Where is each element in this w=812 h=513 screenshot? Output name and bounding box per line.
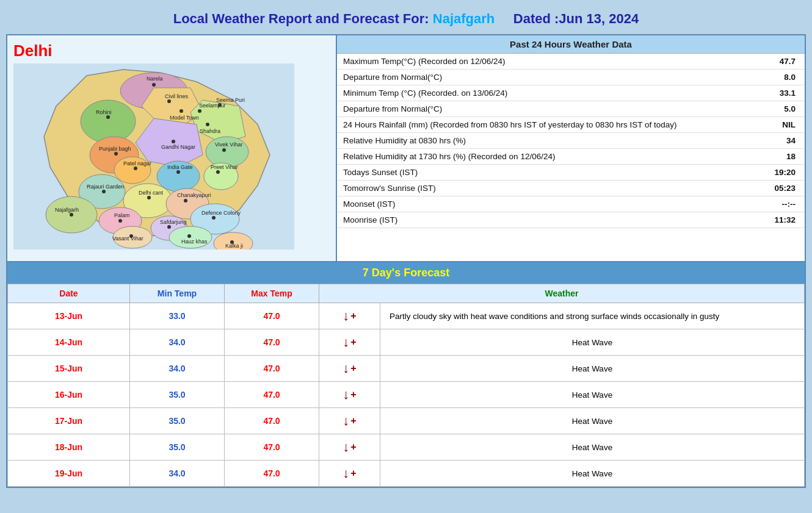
past24-value: 19:20 xyxy=(760,165,805,181)
forecast-icon: ↓+ xyxy=(319,434,380,461)
arrow-down-icon: ↓ xyxy=(343,439,349,455)
forecast-min: 35.0 xyxy=(130,382,225,408)
svg-point-52 xyxy=(184,199,187,203)
forecast-icon: ↓+ xyxy=(319,329,380,356)
past24-value: 05:23 xyxy=(760,181,805,196)
thermometer-icon: ↓+ xyxy=(343,308,356,324)
forecast-icon: ↓+ xyxy=(319,461,380,487)
forecast-min: 34.0 xyxy=(130,461,225,487)
map-section: Delhi xyxy=(7,35,337,261)
forecast-row: 16-Jun 35.0 47.0 ↓+ Heat Wave xyxy=(8,382,805,408)
forecast-row: 19-Jun 34.0 47.0 ↓+ Heat Wave xyxy=(8,461,805,487)
past24-title: Past 24 Hours Weather Data xyxy=(337,35,805,54)
plus-icon: + xyxy=(350,442,356,453)
svg-point-32 xyxy=(218,103,222,107)
svg-point-30 xyxy=(198,109,201,113)
svg-text:Preet Vihar: Preet Vihar xyxy=(211,164,238,170)
dated-label: Dated :Jun 13, 2024 xyxy=(513,11,639,26)
forecast-desc: Partly cloudy sky with heat wave conditi… xyxy=(380,303,805,329)
forecast-date: 16-Jun xyxy=(8,382,130,408)
svg-point-26 xyxy=(167,99,171,103)
svg-point-36 xyxy=(114,152,118,156)
forecast-desc: Heat Wave xyxy=(380,356,805,382)
past24-value: 47.7 xyxy=(760,54,805,70)
past24-value: 5.0 xyxy=(760,101,805,117)
header-date: Date xyxy=(8,284,130,303)
forecast-min: 34.0 xyxy=(130,356,225,382)
city-name: Najafgarh xyxy=(433,11,495,26)
svg-text:Narela: Narela xyxy=(147,76,163,82)
forecast-row: 17-Jun 35.0 47.0 ↓+ Heat Wave xyxy=(8,408,805,434)
past24-row: Maximum Temp(°C) (Recorded on 12/06/24) … xyxy=(337,54,805,70)
map-region-title: Delhi xyxy=(13,41,330,60)
forecast-title: 7 Day's Forecast xyxy=(7,262,805,284)
svg-point-40 xyxy=(222,148,226,152)
svg-text:Rajauri Garden: Rajauri Garden xyxy=(87,184,124,190)
past24-label: Tomorrow's Sunrise (IST) xyxy=(337,181,760,196)
forecast-date: 13-Jun xyxy=(8,303,130,329)
forecast-date: 15-Jun xyxy=(8,356,130,382)
forecast-icon: ↓+ xyxy=(319,356,380,382)
plus-icon: + xyxy=(350,415,356,426)
svg-point-50 xyxy=(147,196,151,199)
svg-text:Safdarjung: Safdarjung xyxy=(160,219,187,225)
map-svg: Narela Rohini Civil lines Model Town See… xyxy=(13,63,294,249)
thermometer-icon: ↓+ xyxy=(343,361,356,376)
svg-text:Najafgarh: Najafgarh xyxy=(55,207,79,213)
past24-value: 18 xyxy=(760,149,805,165)
forecast-max: 47.0 xyxy=(225,329,319,356)
svg-point-42 xyxy=(134,167,137,170)
delhi-map: Narela Rohini Civil lines Model Town See… xyxy=(13,63,330,253)
top-section: Delhi xyxy=(7,35,805,262)
svg-point-56 xyxy=(118,219,122,223)
svg-text:Chanakyapuri: Chanakyapuri xyxy=(177,192,211,198)
past24-row: Relative Humidity at 1730 hrs (%) (Recor… xyxy=(337,149,805,165)
past24-label: Relative Humidity at 0830 hrs (%) xyxy=(337,133,760,149)
past24-value: NIL xyxy=(760,117,805,133)
svg-text:Vivek Vihar: Vivek Vihar xyxy=(215,142,242,148)
forecast-section: 7 Day's Forecast Date Min Temp Max Temp … xyxy=(7,262,805,487)
svg-text:Seema Puri: Seema Puri xyxy=(216,97,245,103)
svg-point-54 xyxy=(70,213,73,217)
arrow-down-icon: ↓ xyxy=(343,465,349,481)
forecast-date: 19-Jun xyxy=(8,461,130,487)
svg-text:Vasant Vihar: Vasant Vihar xyxy=(112,235,143,242)
svg-text:Model Town: Model Town xyxy=(170,115,199,121)
past24-row: Todays Sunset (IST) 19:20 xyxy=(337,165,805,181)
forecast-min: 35.0 xyxy=(130,434,225,461)
forecast-desc: Heat Wave xyxy=(380,382,805,408)
svg-text:Delhi cant: Delhi cant xyxy=(139,190,164,196)
forecast-row: 15-Jun 34.0 47.0 ↓+ Heat Wave xyxy=(8,356,805,382)
weather-data-section: Past 24 Hours Weather Data Maximum Temp(… xyxy=(337,35,805,261)
past24-label: Moonrise (IST) xyxy=(337,212,760,228)
forecast-max: 47.0 xyxy=(225,461,319,487)
forecast-max: 47.0 xyxy=(225,382,319,408)
past24-row: Departure from Normal(°C) 5.0 xyxy=(337,101,805,117)
past24-label: Relative Humidity at 1730 hrs (%) (Recor… xyxy=(337,149,760,165)
forecast-max: 47.0 xyxy=(225,434,319,461)
forecast-header-row: Date Min Temp Max Temp Weather xyxy=(8,284,805,303)
forecast-date: 18-Jun xyxy=(8,434,130,461)
svg-text:Palam: Palam xyxy=(114,212,130,218)
main-title: Local Weather Report and Forecast For: N… xyxy=(6,6,806,34)
forecast-max: 47.0 xyxy=(225,408,319,434)
forecast-desc: Heat Wave xyxy=(380,434,805,461)
plus-icon: + xyxy=(350,389,356,400)
forecast-desc: Heat Wave xyxy=(380,408,805,434)
svg-point-34 xyxy=(206,123,209,126)
plus-icon: + xyxy=(350,337,356,348)
past24-row: 24 Hours Rainfall (mm) (Recorded from 08… xyxy=(337,117,805,133)
past24-label: Moonset (IST) xyxy=(337,196,760,212)
past24-row: Departure from Normal(°C) 8.0 xyxy=(337,70,805,85)
svg-point-22 xyxy=(152,83,156,87)
svg-text:Kalka ji: Kalka ji xyxy=(225,243,243,249)
past24-value: 33.1 xyxy=(760,85,805,101)
past24-label: Departure from Normal(°C) xyxy=(337,70,760,85)
forecast-date: 14-Jun xyxy=(8,329,130,356)
past24-row: Tomorrow's Sunrise (IST) 05:23 xyxy=(337,181,805,196)
thermometer-icon: ↓+ xyxy=(343,465,356,481)
svg-text:India Gate: India Gate xyxy=(167,164,193,170)
forecast-date: 17-Jun xyxy=(8,408,130,434)
forecast-desc: Heat Wave xyxy=(380,329,805,356)
svg-point-38 xyxy=(172,140,175,143)
